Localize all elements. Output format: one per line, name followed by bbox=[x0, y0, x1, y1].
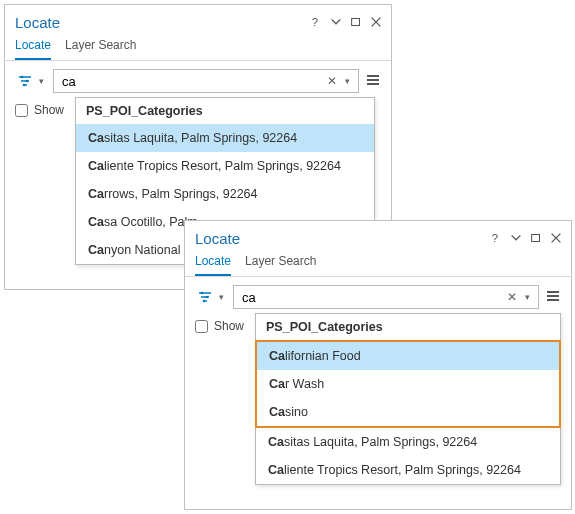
suggestion-item[interactable]: Californian Food bbox=[257, 342, 559, 370]
svg-rect-1 bbox=[352, 19, 360, 26]
search-dropdown-caret[interactable]: ▾ bbox=[340, 76, 354, 86]
category-suggestions-group: Californian FoodCar WashCasino bbox=[255, 340, 561, 428]
show-checkbox[interactable] bbox=[15, 104, 28, 117]
restore-icon[interactable] bbox=[349, 15, 363, 29]
suggestion-rest: lifornian Food bbox=[285, 349, 361, 363]
suggestion-match: Ca bbox=[88, 243, 104, 257]
close-icon[interactable] bbox=[369, 15, 383, 29]
suggestion-item[interactable]: Carrows, Palm Springs, 92264 bbox=[76, 180, 374, 208]
show-label: Show bbox=[34, 103, 64, 117]
restore-icon[interactable] bbox=[529, 231, 543, 245]
filter-icon[interactable] bbox=[15, 72, 35, 90]
suggestion-rest: sino bbox=[285, 405, 308, 419]
svg-rect-6 bbox=[532, 235, 540, 242]
svg-point-2 bbox=[21, 76, 24, 79]
clear-icon[interactable]: ✕ bbox=[324, 74, 340, 88]
suggestion-item[interactable]: Caliente Tropics Resort, Palm Springs, 9… bbox=[76, 152, 374, 180]
suggestion-match: Ca bbox=[88, 131, 104, 145]
suggestion-item[interactable]: Casitas Laquita, Palm Springs, 92264 bbox=[256, 428, 560, 456]
close-icon[interactable] bbox=[549, 231, 563, 245]
suggestions-header: PS_POI_Categories bbox=[76, 98, 374, 124]
svg-point-4 bbox=[23, 84, 26, 87]
suggestion-match: Ca bbox=[269, 405, 285, 419]
titlebar: Locate ? bbox=[5, 5, 391, 35]
show-checkbox[interactable] bbox=[195, 320, 208, 333]
suggestion-rest: sitas Laquita, Palm Springs, 92264 bbox=[104, 131, 297, 145]
search-row: ▾ ✕ ▾ bbox=[185, 277, 571, 313]
tab-layer-search[interactable]: Layer Search bbox=[65, 34, 136, 60]
suggestion-match: Ca bbox=[269, 349, 285, 363]
suggestion-rest: sitas Laquita, Palm Springs, 92264 bbox=[284, 435, 477, 449]
tabs: Locate Layer Search bbox=[5, 35, 391, 61]
search-input[interactable] bbox=[58, 72, 324, 91]
suggestion-rest: liente Tropics Resort, Palm Springs, 922… bbox=[284, 463, 521, 477]
show-label: Show bbox=[214, 319, 244, 333]
help-icon[interactable]: ? bbox=[489, 231, 503, 245]
suggestion-rest: nyon National B bbox=[104, 243, 192, 257]
suggestions-dropdown: PS_POI_Categories Californian FoodCar Wa… bbox=[255, 313, 561, 485]
suggestion-match: Ca bbox=[269, 377, 285, 391]
tab-locate[interactable]: Locate bbox=[195, 250, 231, 276]
titlebar: Locate ? bbox=[185, 221, 571, 251]
menu-icon[interactable] bbox=[543, 288, 563, 307]
suggestion-item[interactable]: Casitas Laquita, Palm Springs, 92264 bbox=[76, 124, 374, 152]
filter-dropdown-caret[interactable]: ▾ bbox=[219, 292, 229, 302]
svg-point-3 bbox=[26, 80, 29, 83]
search-box: ✕ ▾ bbox=[53, 69, 359, 93]
suggestion-rest: liente Tropics Resort, Palm Springs, 922… bbox=[104, 159, 341, 173]
suggestion-match: Ca bbox=[88, 215, 104, 229]
svg-text:?: ? bbox=[312, 16, 318, 28]
suggestion-item[interactable]: Caliente Tropics Resort, Palm Springs, 9… bbox=[256, 456, 560, 484]
svg-point-8 bbox=[206, 296, 209, 299]
help-icon[interactable]: ? bbox=[309, 15, 323, 29]
chevron-down-icon[interactable] bbox=[329, 15, 343, 29]
filter-dropdown-caret[interactable]: ▾ bbox=[39, 76, 49, 86]
search-dropdown-caret[interactable]: ▾ bbox=[520, 292, 534, 302]
suggestion-match: Ca bbox=[268, 463, 284, 477]
tabs: Locate Layer Search bbox=[185, 251, 571, 277]
suggestion-match: Ca bbox=[88, 159, 104, 173]
suggestion-rest: rrows, Palm Springs, 92264 bbox=[104, 187, 258, 201]
suggestion-rest: r Wash bbox=[285, 377, 324, 391]
suggestion-match: Ca bbox=[268, 435, 284, 449]
svg-text:?: ? bbox=[492, 232, 498, 244]
menu-icon[interactable] bbox=[363, 72, 383, 91]
suggestion-match: Ca bbox=[88, 187, 104, 201]
svg-point-7 bbox=[201, 292, 204, 295]
tab-locate[interactable]: Locate bbox=[15, 34, 51, 60]
svg-point-9 bbox=[203, 300, 206, 303]
titlebar-controls: ? bbox=[309, 15, 383, 29]
chevron-down-icon[interactable] bbox=[509, 231, 523, 245]
clear-icon[interactable]: ✕ bbox=[504, 290, 520, 304]
search-box: ✕ ▾ bbox=[233, 285, 539, 309]
search-row: ▾ ✕ ▾ bbox=[5, 61, 391, 97]
panel-title: Locate bbox=[15, 14, 309, 31]
suggestion-item[interactable]: Casino bbox=[257, 398, 559, 426]
filter-icon[interactable] bbox=[195, 288, 215, 306]
suggestions-header: PS_POI_Categories bbox=[256, 314, 560, 340]
panel-title: Locate bbox=[195, 230, 489, 247]
suggestion-item[interactable]: Car Wash bbox=[257, 370, 559, 398]
tab-layer-search[interactable]: Layer Search bbox=[245, 250, 316, 276]
titlebar-controls: ? bbox=[489, 231, 563, 245]
locate-panel-2: Locate ? Locate Layer Search ▾ ✕ ▾ Show … bbox=[184, 220, 572, 510]
search-input[interactable] bbox=[238, 288, 504, 307]
